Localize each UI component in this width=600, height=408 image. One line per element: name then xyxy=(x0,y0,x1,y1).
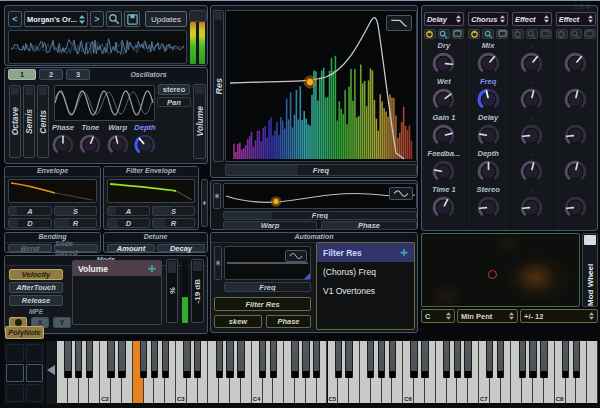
root-note-selector[interactable]: C xyxy=(421,309,455,323)
automation-list-item[interactable]: Filter Res✛ xyxy=(317,243,414,262)
effect---knob[interactable] xyxy=(563,86,588,111)
fx-selector-delay[interactable]: Delay xyxy=(424,12,464,26)
mod-volume-slider[interactable]: -19 dB xyxy=(191,259,204,323)
range-selector[interactable]: +/- 12 xyxy=(520,309,598,323)
octave-slider[interactable]: Octave xyxy=(9,85,21,158)
black-key-G#4[interactable] xyxy=(302,341,309,378)
automation-list-item[interactable]: (Chorus) Freq xyxy=(317,262,414,281)
black-key-A#1[interactable] xyxy=(86,341,93,378)
osc-knob-phase[interactable]: Phase xyxy=(51,123,75,161)
formant-graph[interactable] xyxy=(223,183,417,209)
osc-volume-slider[interactable]: Volume xyxy=(193,84,206,159)
black-key-D#4[interactable] xyxy=(270,341,277,378)
filter-graph[interactable] xyxy=(225,10,417,162)
fx-screen-button[interactable] xyxy=(496,29,508,39)
keyboard-scroll-left[interactable] xyxy=(46,341,57,404)
black-key-C#7[interactable] xyxy=(486,341,493,378)
fx-power-button[interactable] xyxy=(424,29,436,39)
black-key-F#2[interactable] xyxy=(140,341,147,378)
black-key-F#3[interactable] xyxy=(216,341,223,378)
delay-dry-knob[interactable] xyxy=(431,50,456,75)
automation-filter-res-button[interactable]: Filter Res xyxy=(214,297,311,311)
search-button[interactable] xyxy=(106,11,122,27)
delay-wet-knob[interactable] xyxy=(431,86,456,111)
effect---knob[interactable] xyxy=(519,50,544,75)
grid-cell[interactable] xyxy=(26,344,44,362)
black-key-C#6[interactable] xyxy=(410,341,417,378)
fenv-attack-slider[interactable]: A xyxy=(107,206,150,216)
black-key-D#3[interactable] xyxy=(194,341,201,378)
black-key-G#6[interactable] xyxy=(454,341,461,378)
cents-slider[interactable]: Cents xyxy=(37,85,49,158)
env-release-slider[interactable]: R xyxy=(54,218,97,228)
pan-slider[interactable]: Pan xyxy=(157,97,191,107)
scale-selector[interactable]: Min Pent xyxy=(457,309,518,323)
chorus-mix-knob[interactable] xyxy=(476,50,501,75)
delay-gain 1-knob[interactable] xyxy=(431,122,456,147)
grid-cell[interactable] xyxy=(6,384,24,402)
polynote-button[interactable]: PolyNote xyxy=(5,326,44,339)
filter-envelope-graph[interactable] xyxy=(107,179,195,203)
osc-tab-3[interactable]: 3 xyxy=(66,69,90,80)
black-key-C#5[interactable] xyxy=(335,341,342,378)
black-key-A#6[interactable] xyxy=(464,341,471,378)
prev-preset-button[interactable]: < xyxy=(8,11,22,27)
black-key-G#5[interactable] xyxy=(378,341,385,378)
formant-freq-slider[interactable]: Freq xyxy=(223,211,417,220)
effect---knob[interactable] xyxy=(519,194,544,219)
detune-amount-slider[interactable]: Amount xyxy=(107,244,155,252)
bend-slider[interactable]: Bend xyxy=(8,244,52,252)
black-key-F#7[interactable] xyxy=(519,341,526,378)
black-key-F#5[interactable] xyxy=(367,341,374,378)
fx-power-button[interactable] xyxy=(556,29,568,39)
osc-wave-display[interactable] xyxy=(54,85,155,121)
automation-list-item[interactable]: V1 Overtones xyxy=(317,281,414,300)
fx-browse-button[interactable] xyxy=(570,29,582,39)
fx-browse-button[interactable] xyxy=(482,29,494,39)
fx-power-button[interactable] xyxy=(512,29,524,39)
xy-pad[interactable] xyxy=(421,233,580,307)
formant-mod-indicator[interactable] xyxy=(213,183,221,209)
osc-tab-1[interactable]: 1 xyxy=(8,69,36,80)
add-automation-icon[interactable]: ✛ xyxy=(400,248,408,258)
formant-phase-slider[interactable]: Phase xyxy=(321,221,417,230)
fx-screen-button[interactable] xyxy=(584,29,596,39)
fx-screen-button[interactable] xyxy=(540,29,552,39)
mod-wheel[interactable]: Mod Wheel xyxy=(582,233,598,307)
black-key-D#2[interactable] xyxy=(118,341,125,378)
chorus-delay-knob[interactable] xyxy=(476,122,501,147)
fenv-mod-indicator[interactable] xyxy=(201,179,208,227)
chorus-freq-knob[interactable] xyxy=(476,86,501,111)
automation-skew-button[interactable]: skew xyxy=(214,315,262,328)
black-key-G#3[interactable] xyxy=(226,341,233,378)
effect---knob[interactable] xyxy=(563,50,588,75)
env-attack-slider[interactable]: A xyxy=(8,206,52,216)
fx-selector-effect[interactable]: Effect xyxy=(512,12,552,26)
chorus-depth-knob[interactable] xyxy=(476,158,501,183)
black-key-D#8[interactable] xyxy=(573,341,580,378)
warp-knob[interactable] xyxy=(106,132,130,156)
fx-selector-chorus[interactable]: Chorus xyxy=(468,12,508,26)
black-key-A#5[interactable] xyxy=(389,341,396,378)
fx-browse-button[interactable] xyxy=(526,29,538,39)
xy-cursor[interactable] xyxy=(488,270,497,279)
semis-slider[interactable]: Semis xyxy=(23,85,35,158)
effect---knob[interactable] xyxy=(563,158,588,183)
osc-knob-warp[interactable]: Warp xyxy=(106,123,130,161)
black-key-G#1[interactable] xyxy=(75,341,82,378)
stereo-button[interactable]: stereo xyxy=(158,84,190,95)
black-key-G#7[interactable] xyxy=(529,341,536,378)
fenv-decay-slider[interactable]: D xyxy=(107,218,150,228)
black-key-D#6[interactable] xyxy=(421,341,428,378)
automation-freq-slider[interactable]: Freq xyxy=(224,282,311,292)
black-key-C#2[interactable] xyxy=(107,341,114,378)
black-key-C#8[interactable] xyxy=(562,341,569,378)
mod-source-aftertouch[interactable]: AfterTouch xyxy=(9,282,63,293)
depth-knob[interactable] xyxy=(133,132,157,156)
effect---knob[interactable] xyxy=(563,122,588,147)
effect---knob[interactable] xyxy=(519,86,544,111)
black-key-A#7[interactable] xyxy=(540,341,547,378)
black-key-F#6[interactable] xyxy=(443,341,450,378)
save-button[interactable] xyxy=(124,11,140,27)
mod-amount-slider[interactable]: % xyxy=(166,259,178,323)
